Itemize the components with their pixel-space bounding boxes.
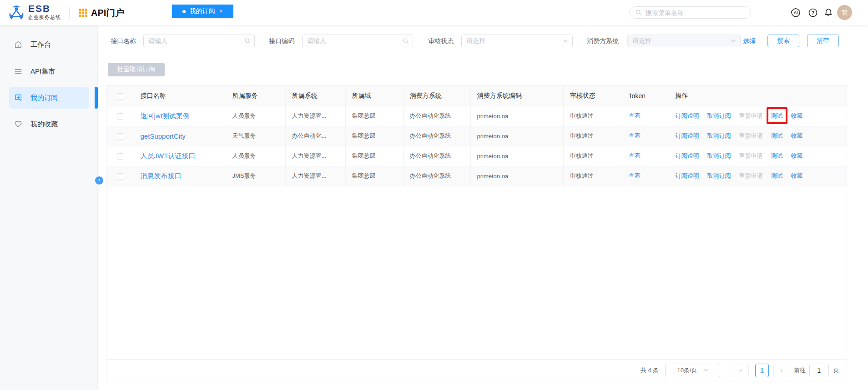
token-view-link[interactable]: 查看	[629, 152, 641, 159]
filter-label-audit-status: 审核状态	[428, 35, 454, 47]
ai-assistant-icon[interactable]: AI	[791, 8, 801, 18]
table-header-row: 接口名称所属服务所属系统所属域消费方系统消费方系统编码审核状态Token操作	[106, 86, 847, 106]
header-checkbox-cell	[106, 86, 134, 106]
page-size-select[interactable]: 10条/页	[665, 364, 720, 377]
token-cell: 查看	[622, 106, 669, 126]
user-avatar[interactable]: 管	[837, 5, 852, 20]
interface-name-cell: 人员JWT认证接口	[134, 146, 226, 166]
row-checkbox-cell	[106, 126, 134, 146]
action-reapply-link: 重新申请	[739, 132, 763, 140]
sidebar-active-indicator	[95, 87, 98, 109]
action-favorite-link[interactable]: 收藏	[791, 172, 803, 180]
token-view-link[interactable]: 查看	[629, 112, 641, 119]
tab-label: 我的订阅	[189, 7, 215, 15]
apps-grid-icon[interactable]	[78, 8, 87, 17]
consumer-system-cell: 办公自动化系统	[403, 146, 470, 166]
action-test-link[interactable]: 测试	[771, 112, 783, 120]
service-cell: JMS服务	[226, 166, 285, 186]
consumer-system-select-link[interactable]: 选择	[743, 35, 756, 47]
search-icon	[635, 9, 642, 16]
action-subscription-info-link[interactable]: 订阅说明	[676, 112, 699, 120]
action-unsubscribe-link[interactable]: 取消订阅	[707, 152, 731, 160]
audit-status-cell: 审核通过	[563, 126, 622, 146]
action-unsubscribe-link[interactable]: 取消订阅	[707, 132, 731, 140]
search-button[interactable]: 搜索	[767, 35, 799, 47]
top-navbar: ESB 企业服务总线 API门户 我的订阅 × AI ? 管	[0, 0, 868, 25]
audit-status-cell: 审核通过	[563, 146, 622, 166]
consumer-system-cell: 办公自动化系统	[403, 106, 470, 126]
interface-name-link[interactable]: getSupportCity	[141, 132, 186, 140]
page-unit-label: 页	[833, 366, 839, 375]
row-checkbox[interactable]	[117, 173, 123, 180]
row-checkbox-cell	[106, 106, 134, 126]
goto-page-input[interactable]	[809, 364, 829, 377]
action-subscription-info-link[interactable]: 订阅说明	[676, 132, 699, 140]
sidebar-item-label: 我的订阅	[30, 94, 58, 102]
sidebar-item-label: API集市	[30, 67, 55, 76]
interface-name-link[interactable]: 消息发布接口	[141, 172, 182, 180]
action-test-link[interactable]: 测试	[771, 152, 783, 160]
sidebar-item-workbench[interactable]: 工作台	[9, 34, 89, 55]
prev-page-button[interactable]: ‹	[733, 364, 749, 377]
brand-text: ESB 企业服务总线	[28, 4, 61, 20]
action-favorite-link[interactable]: 收藏	[791, 132, 803, 140]
goto-label: 前往	[794, 366, 806, 375]
interface-name-link[interactable]: 返回jwt测试案例	[141, 112, 190, 120]
svg-text:AI: AI	[794, 10, 798, 15]
interface-code-input[interactable]	[302, 35, 413, 47]
consumer-code-cell: primeton.oa	[470, 106, 563, 126]
action-test-link[interactable]: 测试	[771, 172, 783, 180]
token-view-link[interactable]: 查看	[629, 132, 641, 139]
action-subscription-info-link[interactable]: 订阅说明	[676, 152, 699, 160]
audit-status-cell: 审核通过	[563, 166, 622, 186]
action-unsubscribe-link[interactable]: 取消订阅	[707, 172, 731, 180]
token-view-link[interactable]: 查看	[629, 172, 641, 179]
notification-bell-icon[interactable]	[823, 8, 833, 18]
sidebar-item-my-favorites[interactable]: 我的收藏	[9, 113, 89, 135]
menu-search-box[interactable]	[629, 6, 751, 19]
brand-subtitle: 企业服务总线	[28, 15, 61, 20]
sidebar-item-label: 我的收藏	[30, 120, 58, 129]
table-row: getSupportCity天气服务办公自动化...集团总部办公自动化系统pri…	[106, 126, 847, 146]
action-favorite-link[interactable]: 收藏	[791, 152, 803, 160]
action-subscription-info-link[interactable]: 订阅说明	[676, 172, 699, 180]
sidebar-collapse-button[interactable]: ‹	[95, 176, 103, 185]
portal-title: API门户	[91, 7, 124, 19]
esb-logo-icon	[8, 5, 25, 21]
audit-status-select[interactable]: 请选择	[461, 35, 573, 47]
menu-search-input[interactable]	[645, 9, 749, 17]
brand-name: ESB	[28, 4, 61, 13]
tab-my-subscriptions[interactable]: 我的订阅 ×	[172, 5, 233, 18]
tab-close-icon[interactable]: ×	[219, 8, 222, 15]
sidebar-item-my-subscriptions[interactable]: 我的订阅	[9, 87, 89, 109]
interface-name-link[interactable]: 人员JWT认证接口	[141, 152, 196, 160]
help-icon[interactable]: ?	[808, 8, 818, 18]
row-checkbox[interactable]	[117, 113, 123, 120]
sidebar-item-api-market[interactable]: API集市	[9, 60, 89, 82]
interface-name-input[interactable]	[143, 35, 255, 47]
audit-status-cell: 审核通过	[563, 106, 622, 126]
column-header-5: 消费方系统编码	[470, 86, 563, 106]
batch-unsubscribe-button[interactable]: 批量取消订阅	[108, 63, 165, 76]
action-unsubscribe-link[interactable]: 取消订阅	[707, 112, 731, 120]
pagination-bar: 共 4 条 10条/页 ‹ 1 › 前往 页	[106, 359, 847, 381]
row-checkbox[interactable]	[117, 133, 123, 140]
filter-label-interface-name: 接口名称	[111, 35, 136, 47]
action-test-link[interactable]: 测试	[771, 132, 783, 140]
row-checkbox[interactable]	[117, 153, 123, 160]
next-page-button[interactable]: ›	[773, 364, 789, 377]
clear-button[interactable]: 清空	[807, 35, 839, 47]
action-reapply-link: 重新申请	[739, 152, 763, 160]
row-checkbox-cell	[106, 166, 134, 186]
page-size-value: 10条/页	[677, 366, 697, 375]
action-favorite-link[interactable]: 收藏	[791, 112, 803, 120]
select-all-checkbox[interactable]	[117, 93, 123, 100]
consumer-code-cell: primeton.oa	[470, 166, 563, 186]
service-cell: 人员服务	[226, 106, 285, 126]
system-cell: 人力资源管...	[285, 166, 345, 186]
interface-name-cell: getSupportCity	[134, 126, 226, 146]
chevron-down-icon	[563, 38, 568, 44]
action-reapply-link: 重新申请	[739, 112, 763, 120]
filter-label-consumer-system: 消费方系统	[587, 35, 619, 47]
current-page-button[interactable]: 1	[755, 364, 769, 377]
